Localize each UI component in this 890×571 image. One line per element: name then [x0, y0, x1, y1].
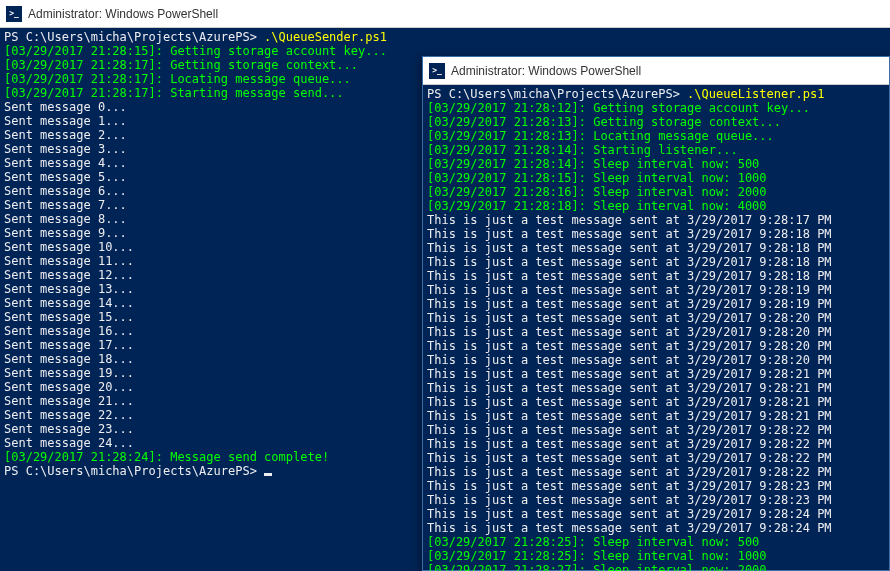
prompt-line: PS C:\Users\micha\Projects\AzurePS> .\Qu…: [427, 87, 885, 101]
output-line: This is just a test message sent at 3/29…: [427, 423, 885, 437]
log-line: [03/29/2017 21:28:14]: Sleep interval no…: [427, 157, 885, 171]
output-line: This is just a test message sent at 3/29…: [427, 381, 885, 395]
output-line: This is just a test message sent at 3/29…: [427, 353, 885, 367]
log-line: [03/29/2017 21:28:14]: Starting listener…: [427, 143, 885, 157]
output-line: This is just a test message sent at 3/29…: [427, 297, 885, 311]
output-line: This is just a test message sent at 3/29…: [427, 339, 885, 353]
output-line: This is just a test message sent at 3/29…: [427, 493, 885, 507]
window-title-left: Administrator: Windows PowerShell: [28, 7, 218, 21]
cursor: [264, 473, 272, 476]
output-line: This is just a test message sent at 3/29…: [427, 325, 885, 339]
powershell-icon: [429, 63, 445, 79]
log-line: [03/29/2017 21:28:15]: Sleep interval no…: [427, 171, 885, 185]
prompt-path: PS C:\Users\micha\Projects\AzurePS>: [427, 87, 687, 101]
output-line: This is just a test message sent at 3/29…: [427, 451, 885, 465]
output-line: This is just a test message sent at 3/29…: [427, 395, 885, 409]
output-line: This is just a test message sent at 3/29…: [427, 213, 885, 227]
prompt-path: PS C:\Users\micha\Projects\AzurePS>: [4, 30, 264, 44]
log-line: [03/29/2017 21:28:27]: Sleep interval no…: [427, 563, 885, 571]
prompt-line: PS C:\Users\micha\Projects\AzurePS> .\Qu…: [4, 30, 886, 44]
output-line: This is just a test message sent at 3/29…: [427, 227, 885, 241]
command-text: .\QueueListener.ps1: [687, 87, 824, 101]
output-line: This is just a test message sent at 3/29…: [427, 241, 885, 255]
output-line: This is just a test message sent at 3/29…: [427, 367, 885, 381]
output-line: This is just a test message sent at 3/29…: [427, 437, 885, 451]
output-line: This is just a test message sent at 3/29…: [427, 269, 885, 283]
titlebar-right[interactable]: Administrator: Windows PowerShell: [423, 57, 889, 85]
log-line: [03/29/2017 21:28:16]: Sleep interval no…: [427, 185, 885, 199]
log-line: [03/29/2017 21:28:13]: Getting storage c…: [427, 115, 885, 129]
command-text: .\QueueSender.ps1: [264, 30, 387, 44]
powershell-icon: [6, 6, 22, 22]
powershell-window-listener[interactable]: Administrator: Windows PowerShell PS C:\…: [422, 56, 890, 571]
terminal-output-right[interactable]: PS C:\Users\micha\Projects\AzurePS> .\Qu…: [423, 85, 889, 571]
output-line: This is just a test message sent at 3/29…: [427, 311, 885, 325]
log-line: [03/29/2017 21:28:18]: Sleep interval no…: [427, 199, 885, 213]
prompt-path: PS C:\Users\micha\Projects\AzurePS>: [4, 464, 264, 478]
log-line: [03/29/2017 21:28:13]: Locating message …: [427, 129, 885, 143]
output-line: This is just a test message sent at 3/29…: [427, 521, 885, 535]
log-line: [03/29/2017 21:28:25]: Sleep interval no…: [427, 535, 885, 549]
output-line: This is just a test message sent at 3/29…: [427, 507, 885, 521]
output-line: This is just a test message sent at 3/29…: [427, 255, 885, 269]
output-line: This is just a test message sent at 3/29…: [427, 283, 885, 297]
titlebar-left[interactable]: Administrator: Windows PowerShell: [0, 0, 890, 28]
output-line: This is just a test message sent at 3/29…: [427, 409, 885, 423]
log-line: [03/29/2017 21:28:25]: Sleep interval no…: [427, 549, 885, 563]
log-line: [03/29/2017 21:28:12]: Getting storage a…: [427, 101, 885, 115]
window-title-right: Administrator: Windows PowerShell: [451, 64, 641, 78]
output-line: This is just a test message sent at 3/29…: [427, 465, 885, 479]
output-line: This is just a test message sent at 3/29…: [427, 479, 885, 493]
